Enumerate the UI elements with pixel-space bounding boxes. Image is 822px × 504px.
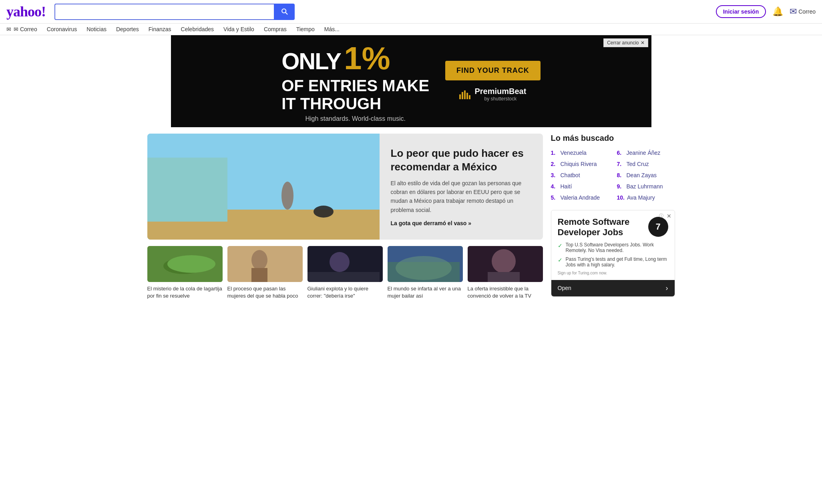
news-card-title-lizard: El misterio de la cola de lagartija por … (147, 285, 223, 300)
check-icon-1: ✓ (558, 242, 563, 249)
giuliani-img (307, 246, 383, 282)
svg-point-9 (314, 206, 334, 218)
search-button[interactable] (274, 4, 295, 20)
trending-link-7[interactable]: Ted Cruz (627, 161, 649, 167)
news-card-title-woman-tv: La oferta irresistible que la convenció … (468, 285, 543, 300)
ad-brand-name: PremiumBeat (474, 87, 526, 96)
sidebar-ad-title: Remote Software Developer Jobs (558, 217, 644, 238)
sidebar-ad-close[interactable]: ✕ (667, 213, 671, 219)
mail-link[interactable]: ✉ Correo (790, 6, 816, 17)
ad-close-button[interactable]: Cerrar anuncio ✕ (603, 38, 648, 47)
news-card-lizard[interactable]: El misterio de la cola de lagartija por … (147, 246, 223, 300)
trending-link-3[interactable]: Chatbot (561, 172, 580, 178)
svg-rect-18 (307, 272, 380, 282)
nav-item-mas[interactable]: Más... (324, 26, 340, 32)
nav-item-vida[interactable]: Vida y Estilo (223, 26, 254, 32)
trending-link-5[interactable]: Valeria Andrade (561, 194, 600, 201)
women-img (227, 246, 303, 282)
sidebar: Lo más buscado 1. Venezuela 6. Jeanine Á… (551, 134, 675, 300)
premiumbeat-icon (459, 90, 471, 99)
bell-icon[interactable]: 🔔 (772, 6, 783, 17)
trending-num-10: 10. (617, 194, 625, 201)
trending-link-1[interactable]: Venezuela (561, 150, 587, 156)
trending-item-8: 8. Dean Zayas (617, 171, 675, 180)
news-card-women[interactable]: El proceso que pasan las mujeres del que… (227, 246, 303, 300)
svg-rect-3 (466, 93, 468, 99)
news-card-dance[interactable]: El mundo se infarta al ver a una mujer b… (388, 246, 463, 300)
nav-item-coronavirus[interactable]: Coronavirus (47, 26, 77, 32)
nav-item-celebridades[interactable]: Celebridades (181, 26, 214, 32)
mail-icon: ✉ (790, 6, 797, 17)
news-thumb-dance (388, 246, 463, 282)
trending-link-9[interactable]: Baz Luhrmann (627, 183, 663, 190)
svg-point-12 (167, 255, 215, 273)
ad-sub: High standards. World-class music. (281, 115, 429, 122)
trending-item-9: 9. Baz Luhrmann (617, 182, 675, 191)
search-bar (54, 4, 295, 20)
news-card-title-giuliani: Giuliani explota y lo quiere correr: "de… (307, 285, 383, 300)
trending-link-8[interactable]: Dean Zayas (627, 172, 657, 178)
featured-img-svg (147, 134, 380, 240)
trending-title: Lo más buscado (551, 134, 675, 143)
svg-rect-0 (459, 94, 461, 99)
trending-item-2: 2. Chiquis Rivera (551, 160, 609, 168)
featured-img-placeholder (147, 134, 380, 240)
svg-point-17 (330, 252, 350, 272)
mail-label: Correo (798, 8, 816, 15)
close-icon: ✕ (641, 40, 645, 46)
trending-link-6[interactable]: Jeanine Áñez (627, 150, 661, 156)
svg-rect-1 (462, 92, 463, 99)
svg-rect-4 (469, 95, 470, 99)
ad-banner: ONLY 1% OF ENTRIES MAKE IT THROUGH High … (171, 35, 651, 127)
nav-item-finanzas[interactable]: Finanzas (149, 26, 171, 32)
news-card-title-dance: El mundo se infarta al ver a una mujer b… (388, 285, 463, 300)
news-thumb-woman-tv (468, 246, 543, 282)
trending-num-5: 5. (551, 194, 558, 201)
news-grid: El misterio de la cola de lagartija por … (147, 246, 543, 300)
trending-link-4[interactable]: Haití (561, 183, 572, 190)
featured-text: Lo peor que pudo hacer es recomendar a M… (380, 134, 543, 240)
featured-image (147, 134, 380, 240)
trending-link-10[interactable]: Ava Majury (627, 194, 655, 201)
nav-item-tiempo[interactable]: Tiempo (296, 26, 315, 32)
nav-item-deportes[interactable]: Deportes (116, 26, 139, 32)
svg-rect-24 (488, 272, 520, 282)
svg-point-21 (396, 256, 452, 280)
main-nav: ✉ ✉ Correo Coronavirus Noticias Deportes… (0, 24, 822, 35)
featured-link[interactable]: La gota que derramó el vaso » (391, 220, 532, 226)
trending-num-2: 2. (551, 161, 558, 167)
nav-item-correo[interactable]: ✉ ✉ Correo (6, 26, 37, 32)
ad-text-left: ONLY 1% OF ENTRIES MAKE IT THROUGH High … (281, 40, 429, 122)
news-card-woman-tv[interactable]: La oferta irresistible que la convenció … (468, 246, 543, 300)
header: yahoo! Iniciar sesión 🔔 ✉ Correo (0, 0, 822, 24)
ad-cta-button[interactable]: FIND YOUR TRACK (445, 61, 541, 80)
news-thumb-lizard (147, 246, 223, 282)
ad-right: FIND YOUR TRACK PremiumBeat by shutterst… (445, 61, 541, 102)
sidebar-ad-check1: ✓ Top U.S Software Developers Jobs. Work… (558, 242, 668, 253)
trending-item-4: 4. Haití (551, 182, 609, 191)
search-input[interactable] (54, 4, 274, 20)
svg-rect-15 (251, 268, 267, 282)
chevron-right-icon: › (666, 284, 668, 292)
trending-num-3: 3. (551, 172, 558, 178)
sign-in-button[interactable]: Iniciar sesión (716, 5, 766, 18)
sidebar-ad-open-button[interactable]: Open › (551, 280, 675, 296)
svg-point-8 (281, 182, 293, 210)
nav-item-noticias[interactable]: Noticias (86, 26, 107, 32)
trending-num-6: 6. (617, 150, 624, 156)
sidebar-ad-signup: Sign up for Turing.com now. (558, 271, 668, 275)
ad-line2: OF ENTRIES MAKE (281, 77, 429, 95)
ad-percent: 1% (344, 40, 390, 77)
sidebar-ad-check2: ✓ Pass Turing's tests and get Full time,… (558, 256, 668, 268)
trending-link-2[interactable]: Chiquis Rivera (561, 161, 597, 167)
news-thumb-women (227, 246, 303, 282)
featured-desc: El alto estilo de vida del que gozan las… (391, 179, 532, 215)
trending-item-1: 1. Venezuela (551, 148, 609, 157)
svg-point-23 (492, 249, 516, 273)
nav-item-compras[interactable]: Compras (264, 26, 287, 32)
sidebar-ad-info: ⓘ (659, 213, 663, 219)
ad-banner-wrap: Cerrar anuncio ✕ ONLY 1% OF ENTRIES MAKE… (171, 35, 651, 127)
svg-rect-2 (464, 90, 466, 99)
news-card-giuliani[interactable]: Giuliani explota y lo quiere correr: "de… (307, 246, 383, 300)
trending-item-7: 7. Ted Cruz (617, 160, 675, 168)
